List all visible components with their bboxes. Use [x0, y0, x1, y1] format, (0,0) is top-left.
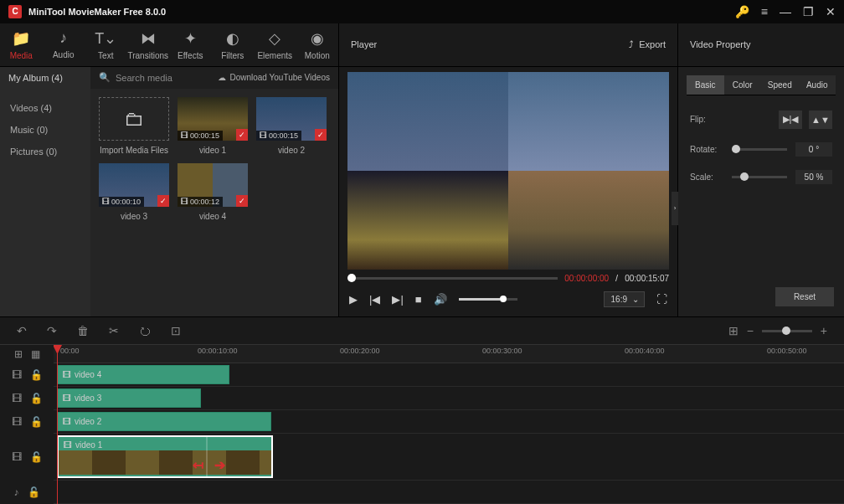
- prop-tab-color[interactable]: Color: [724, 75, 762, 95]
- volume-icon[interactable]: 🔊: [434, 293, 447, 306]
- clip-video2[interactable]: 🎞video 2: [57, 412, 271, 431]
- flip-label: Flip:: [690, 115, 723, 124]
- timeline-toolbar: ↶ ↷ 🗑 ✂ ⭮ ⊡ ⊞ − +: [0, 316, 844, 345]
- collapse-panel-button[interactable]: ›: [672, 192, 678, 225]
- download-youtube-link[interactable]: ☁ Download YouTube Videos: [218, 73, 330, 82]
- clip-video4[interactable]: 🎞video 4: [57, 365, 229, 384]
- speed-button[interactable]: ⭮: [139, 324, 151, 337]
- media-item-video2[interactable]: 🎞00:00:15 ✓ video 2: [256, 97, 327, 155]
- prop-tab-audio[interactable]: Audio: [799, 75, 836, 95]
- undo-button[interactable]: ↶: [17, 324, 27, 337]
- rotate-value[interactable]: 0 °: [795, 142, 832, 157]
- split-button[interactable]: ✂: [109, 324, 119, 337]
- import-media-button[interactable]: 🗀 Import Media Files: [99, 97, 169, 155]
- audio-track[interactable]: [54, 481, 844, 504]
- properties-panel: › Basic Color Speed Audio Flip: ▶|◀ ▲▼ R…: [678, 67, 844, 317]
- clip-video1[interactable]: 🎞video 1 ↤ ➔: [57, 435, 273, 478]
- crop-button[interactable]: ⊡: [171, 324, 181, 337]
- hamburger-menu-icon[interactable]: ≡: [761, 5, 768, 18]
- split-handle[interactable]: [206, 437, 208, 476]
- reset-button[interactable]: Reset: [775, 287, 834, 306]
- time-current: 00:00:00:00: [564, 274, 609, 283]
- zoom-in-button[interactable]: +: [821, 324, 827, 337]
- media-item-video3[interactable]: 🎞00:00:10 ✓ video 3: [99, 163, 169, 221]
- sidebar-item-music[interactable]: Music (0): [0, 119, 90, 141]
- lock-icon[interactable]: 🔓: [28, 486, 40, 498]
- lock-icon[interactable]: 🔓: [30, 416, 43, 428]
- search-media-input[interactable]: 🔍 Search media: [99, 72, 172, 83]
- zoom-slider[interactable]: [762, 330, 812, 332]
- fullscreen-button[interactable]: ⛶: [656, 293, 667, 306]
- sidebar-item-videos[interactable]: Videos (4): [0, 97, 90, 119]
- prev-frame-button[interactable]: |◀: [369, 293, 380, 306]
- main-toolbar: 📁 Media ♪ Audio T⌄ Text ⧓ Transitions ✦ …: [0, 23, 844, 67]
- media-item-video1[interactable]: 🎞00:00:15 ✓ video 1: [178, 97, 248, 155]
- music-note-icon: ♪: [59, 29, 67, 47]
- close-icon[interactable]: ✕: [826, 5, 836, 18]
- sidebar-item-pictures[interactable]: Pictures (0): [0, 141, 90, 162]
- scale-value[interactable]: 50 %: [795, 170, 832, 184]
- flip-vertical-button[interactable]: ▲▼: [809, 111, 832, 129]
- export-button[interactable]: ⤴ Export: [629, 39, 666, 49]
- timeline-ruler[interactable]: 00:00 00:00:10:00 00:00:20:00 00:00:30:0…: [54, 345, 844, 363]
- zoom-fit-button[interactable]: ⊞: [728, 324, 738, 337]
- zoom-out-button[interactable]: −: [747, 324, 754, 337]
- cloud-download-icon: ☁: [218, 73, 226, 82]
- tab-filters[interactable]: ◐ Filters: [212, 23, 255, 66]
- timeline: ⊞ ▦ 🎞🔓 🎞🔓 🎞🔓 🎞🔓 ♪🔓 00:00 00:00:10:00 00:…: [0, 345, 844, 504]
- clip-video3[interactable]: 🎞video 3: [57, 388, 201, 408]
- video-track-2[interactable]: 🎞video 2: [54, 410, 844, 434]
- prop-tab-speed[interactable]: Speed: [761, 75, 799, 95]
- video-track-icon[interactable]: 🎞: [12, 393, 22, 404]
- media-grid: 🗀 Import Media Files 🎞00:00:15 ✓ video 1…: [90, 89, 338, 317]
- flip-horizontal-button[interactable]: ▶|◀: [779, 111, 802, 129]
- track-options-button[interactable]: ▦: [31, 348, 40, 360]
- video-track-icon[interactable]: 🎞: [12, 451, 22, 463]
- video-track-1[interactable]: 🎞video 1 ↤ ➔: [54, 434, 844, 481]
- volume-slider[interactable]: [459, 298, 517, 301]
- rotate-slider[interactable]: [732, 148, 787, 151]
- my-album-tab[interactable]: My Album (4): [0, 67, 90, 89]
- tab-media[interactable]: 📁 Media: [0, 23, 43, 66]
- time-total: 00:00:15:07: [625, 274, 669, 283]
- next-frame-button[interactable]: ▶|: [392, 293, 403, 306]
- prop-tab-basic[interactable]: Basic: [687, 75, 724, 95]
- play-button[interactable]: ▶: [349, 293, 358, 306]
- rotate-label: Rotate:: [690, 145, 723, 154]
- scale-slider[interactable]: [732, 176, 787, 178]
- tab-elements[interactable]: ◇ Elements: [254, 23, 296, 66]
- media-panel: My Album (4) 🔍 Search media ☁ Download Y…: [0, 67, 339, 317]
- lock-icon[interactable]: 🔓: [30, 369, 43, 381]
- lock-icon[interactable]: 🔓: [30, 393, 43, 404]
- elements-icon: ◇: [269, 29, 280, 48]
- tab-text[interactable]: T⌄ Text: [85, 23, 127, 66]
- stop-button[interactable]: ■: [415, 293, 422, 306]
- video-track-icon[interactable]: 🎞: [12, 369, 22, 381]
- film-icon: 🎞: [64, 440, 72, 450]
- video-track-3[interactable]: 🎞video 3: [54, 387, 844, 410]
- folder-icon: 🗀: [124, 107, 144, 131]
- maximize-icon[interactable]: ❐: [803, 5, 814, 18]
- tab-transitions[interactable]: ⧓ Transitions: [127, 23, 170, 66]
- tab-audio[interactable]: ♪ Audio: [43, 23, 85, 66]
- add-track-button[interactable]: ⊞: [14, 348, 23, 360]
- film-icon: 🎞: [63, 370, 71, 379]
- delete-button[interactable]: 🗑: [77, 324, 89, 337]
- minimize-icon[interactable]: —: [780, 5, 791, 18]
- aspect-ratio-select[interactable]: 16:9 ⌄: [604, 291, 645, 307]
- audio-track-icon[interactable]: ♪: [14, 486, 19, 498]
- trim-arrow-right-icon: ➔: [214, 457, 225, 473]
- tab-motion[interactable]: ◉ Motion: [296, 23, 339, 66]
- playhead[interactable]: [57, 345, 58, 504]
- tab-effects[interactable]: ✦ Effects: [169, 23, 212, 66]
- upgrade-key-icon[interactable]: 🔑: [735, 5, 749, 18]
- video-track-4[interactable]: 🎞video 4: [54, 363, 844, 387]
- lock-icon[interactable]: 🔓: [30, 451, 43, 463]
- transitions-icon: ⧓: [141, 29, 156, 48]
- redo-button[interactable]: ↷: [47, 324, 57, 337]
- player-canvas[interactable]: [347, 72, 669, 270]
- seek-slider[interactable]: [347, 277, 558, 280]
- check-icon: ✓: [236, 129, 248, 141]
- video-track-icon[interactable]: 🎞: [12, 416, 22, 428]
- media-item-video4[interactable]: 🎞00:00:12 ✓ video 4: [178, 163, 248, 221]
